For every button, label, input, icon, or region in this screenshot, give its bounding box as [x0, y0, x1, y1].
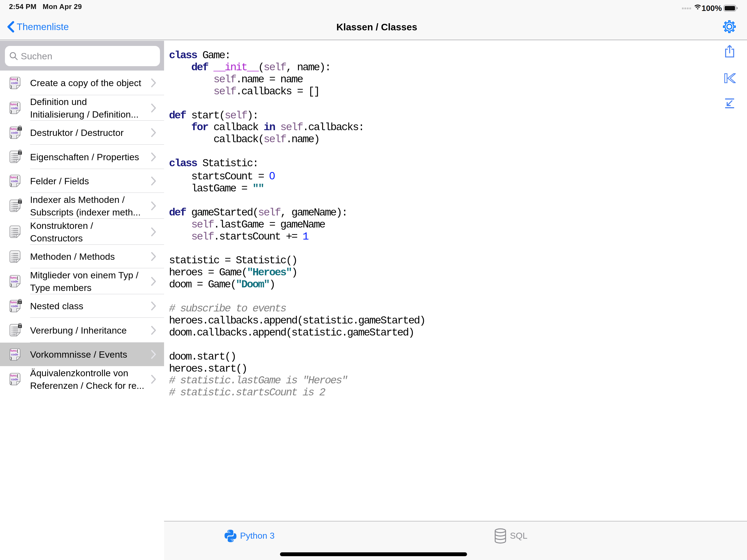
svg-text:100%: 100% — [702, 4, 722, 12]
